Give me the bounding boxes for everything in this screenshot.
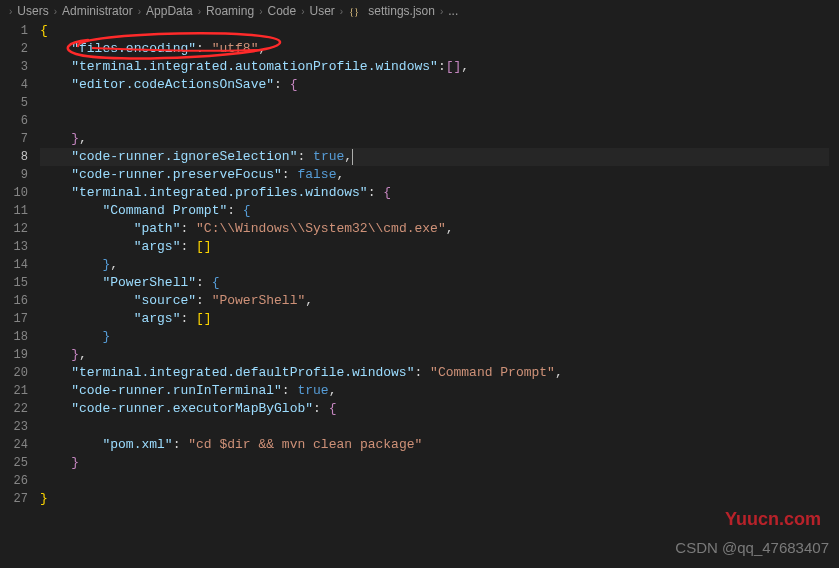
chevron-right-icon: › [301, 6, 304, 17]
code-line[interactable] [40, 418, 839, 436]
code-line[interactable]: }, [40, 256, 839, 274]
code-line[interactable]: }, [40, 346, 839, 364]
line-number: 4 [0, 76, 28, 94]
code-line[interactable] [40, 472, 839, 490]
text-cursor [352, 149, 353, 165]
line-number: 20 [0, 364, 28, 382]
code-line[interactable]: "source": "PowerShell", [40, 292, 839, 310]
code-line[interactable]: "code-runner.preserveFocus": false, [40, 166, 839, 184]
line-number: 18 [0, 328, 28, 346]
line-number: 5 [0, 94, 28, 112]
chevron-right-icon: › [54, 6, 57, 17]
breadcrumb-segment[interactable]: Code [267, 4, 296, 18]
line-number: 27 [0, 490, 28, 508]
code-line[interactable]: } [40, 454, 839, 472]
code-line[interactable]: "terminal.integrated.defaultProfile.wind… [40, 364, 839, 382]
breadcrumb-segment[interactable]: Users [17, 4, 48, 18]
breadcrumb-segment[interactable]: ... [448, 4, 458, 18]
chevron-right-icon: › [259, 6, 262, 17]
code-line[interactable] [40, 94, 839, 112]
breadcrumb[interactable]: ›Users›Administrator›AppData›Roaming›Cod… [0, 0, 839, 22]
line-number: 25 [0, 454, 28, 472]
code-editor[interactable]: 1234567891011121314151617181920212223242… [0, 22, 839, 568]
breadcrumb-segment[interactable]: Administrator [62, 4, 133, 18]
chevron-right-icon: › [9, 6, 12, 17]
code-line[interactable]: } [40, 490, 839, 508]
line-number: 26 [0, 472, 28, 490]
code-line[interactable]: }, [40, 130, 839, 148]
breadcrumb-segment[interactable]: User [310, 4, 335, 18]
watermark-yuucn: Yuucn.com [725, 509, 821, 530]
code-line[interactable]: "args": [] [40, 310, 839, 328]
line-number: 17 [0, 310, 28, 328]
code-line[interactable]: "path": "C:\\Windows\\System32\\cmd.exe"… [40, 220, 839, 238]
breadcrumb-segment[interactable]: AppData [146, 4, 193, 18]
code-line[interactable]: } [40, 328, 839, 346]
line-number: 14 [0, 256, 28, 274]
line-number: 21 [0, 382, 28, 400]
chevron-right-icon: › [138, 6, 141, 17]
line-number: 16 [0, 292, 28, 310]
line-number: 7 [0, 130, 28, 148]
line-number: 8 [0, 148, 28, 166]
braces-icon: {} [348, 4, 362, 18]
line-number: 24 [0, 436, 28, 454]
svg-text:{}: {} [349, 6, 359, 17]
code-line[interactable]: "code-runner.ignoreSelection": true, [40, 148, 829, 166]
line-number-gutter: 1234567891011121314151617181920212223242… [0, 22, 40, 568]
code-line[interactable] [40, 112, 839, 130]
line-number: 23 [0, 418, 28, 436]
code-line[interactable]: "code-runner.runInTerminal": true, [40, 382, 839, 400]
code-line[interactable]: "pom.xml": "cd $dir && mvn clean package… [40, 436, 839, 454]
code-line[interactable]: "Command Prompt": { [40, 202, 839, 220]
line-number: 12 [0, 220, 28, 238]
breadcrumb-segment[interactable]: Roaming [206, 4, 254, 18]
line-number: 1 [0, 22, 28, 40]
line-number: 15 [0, 274, 28, 292]
line-number: 22 [0, 400, 28, 418]
chevron-right-icon: › [440, 6, 443, 17]
chevron-right-icon: › [340, 6, 343, 17]
line-number: 6 [0, 112, 28, 130]
line-number: 2 [0, 40, 28, 58]
line-number: 3 [0, 58, 28, 76]
code-line[interactable]: "editor.codeActionsOnSave": { [40, 76, 839, 94]
line-number: 10 [0, 184, 28, 202]
code-line[interactable]: "code-runner.executorMapByGlob": { [40, 400, 839, 418]
line-number: 11 [0, 202, 28, 220]
line-number: 19 [0, 346, 28, 364]
line-number: 13 [0, 238, 28, 256]
code-line[interactable]: "args": [] [40, 238, 839, 256]
code-line[interactable]: "terminal.integrated.profiles.windows": … [40, 184, 839, 202]
code-line[interactable]: { [40, 22, 839, 40]
code-line[interactable]: "PowerShell": { [40, 274, 839, 292]
line-number: 9 [0, 166, 28, 184]
code-area[interactable]: { "files.encoding": "utf8", "terminal.in… [40, 22, 839, 568]
code-line[interactable]: "terminal.integrated.automationProfile.w… [40, 58, 839, 76]
code-line[interactable]: "files.encoding": "utf8", [40, 40, 839, 58]
chevron-right-icon: › [198, 6, 201, 17]
watermark-csdn: CSDN @qq_47683407 [675, 539, 829, 556]
breadcrumb-segment[interactable]: settings.json [368, 4, 435, 18]
